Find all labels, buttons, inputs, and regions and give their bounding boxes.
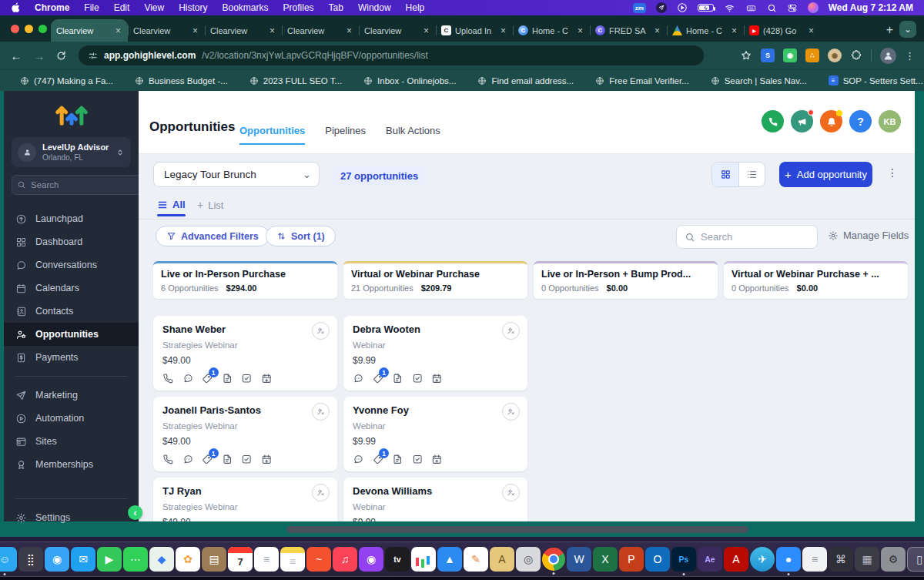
siri-icon[interactable]: [808, 2, 819, 13]
browser-tab[interactable]: CUpload In×: [436, 19, 513, 42]
photoshop-dock-icon[interactable]: Ps: [671, 547, 696, 572]
browser-tab[interactable]: Clearview×: [282, 19, 359, 42]
tab-close-icon[interactable]: ×: [499, 25, 507, 36]
extension-badge-icon[interactable]: ◉: [828, 49, 842, 62]
tab-close-icon[interactable]: ×: [422, 25, 430, 36]
column-header[interactable]: Live or In-Person Purchase6 Opportunitie…: [153, 261, 337, 299]
zoom-menubar-badge[interactable]: zm: [633, 3, 646, 13]
acrobat-dock-icon[interactable]: A: [724, 547, 748, 572]
menu-help[interactable]: Help: [406, 2, 425, 13]
sidebar-item-payments[interactable]: Payments: [4, 346, 139, 369]
menu-tab[interactable]: Tab: [329, 2, 343, 13]
facetime-dock-icon[interactable]: ▶: [97, 547, 122, 572]
megaphone-button[interactable]: [791, 110, 813, 132]
sidebar-item-calendars[interactable]: Calendars: [4, 277, 139, 300]
zoom-window-button[interactable]: [38, 25, 47, 33]
sidebar-search-input[interactable]: [31, 180, 149, 189]
menu-history[interactable]: History: [179, 2, 207, 13]
phone-header-button[interactable]: [762, 110, 784, 132]
garageband-dock-icon[interactable]: ~: [306, 547, 331, 572]
stocks-dock-icon[interactable]: [411, 547, 436, 572]
photos-dock-icon[interactable]: ✿: [176, 547, 200, 572]
forward-button[interactable]: →: [32, 49, 46, 62]
tab-close-icon[interactable]: ×: [730, 25, 738, 36]
assign-user-icon[interactable]: [312, 403, 330, 421]
assign-user-icon[interactable]: [502, 322, 520, 340]
sidebar-item-dashboard[interactable]: Dashboard: [4, 230, 139, 253]
column-header[interactable]: Live or In-Person + Bump Prod...0 Opport…: [534, 261, 718, 299]
bookmark-item[interactable]: ≡SOP - Setters Sett...: [818, 75, 924, 85]
menu-edit[interactable]: Edit: [114, 2, 130, 13]
extensions-puzzle-icon[interactable]: [850, 49, 862, 62]
tasks-icon[interactable]: [241, 373, 253, 384]
bookmark-item[interactable]: 2023 FULL SEO T...: [239, 76, 353, 85]
battery-icon[interactable]: ϟ: [698, 4, 714, 12]
mail-dock-icon[interactable]: ✉: [71, 547, 95, 572]
phone-icon[interactable]: [162, 373, 174, 384]
chat-icon[interactable]: [182, 373, 194, 384]
reminders-dock-icon[interactable]: ≡: [254, 547, 279, 572]
site-settings-icon[interactable]: [88, 51, 98, 61]
assign-user-icon[interactable]: [312, 484, 330, 501]
bookmark-item[interactable]: Free Email Verifier...: [584, 76, 700, 85]
apple-logo-icon[interactable]: [11, 2, 20, 13]
tab-add-list[interactable]: + List: [197, 199, 223, 211]
bookmark-star-icon[interactable]: [740, 49, 752, 62]
trash-dock-icon[interactable]: ▯: [907, 547, 924, 572]
menu-file[interactable]: File: [84, 2, 99, 13]
reload-button[interactable]: [55, 50, 69, 62]
header-tab-pipelines[interactable]: Pipelines: [325, 125, 366, 145]
browser-tab[interactable]: ▶(428) Go×: [744, 19, 821, 42]
sidebar-item-automation[interactable]: Automation: [4, 407, 139, 430]
messages-dock-icon[interactable]: ⋯: [123, 547, 148, 572]
calendar-plus-icon[interactable]: [431, 373, 443, 384]
browser-tab[interactable]: Clearview×: [359, 19, 436, 42]
extension-s-icon[interactable]: S: [761, 49, 775, 62]
sidebar-item-opportunities[interactable]: Opportunities: [4, 323, 139, 346]
outlook-dock-icon[interactable]: O: [645, 547, 670, 572]
sort-button[interactable]: Sort (1): [266, 226, 336, 246]
sidebar-item-settings[interactable]: Settings: [4, 506, 139, 529]
phone-icon[interactable]: [162, 454, 174, 465]
tab-close-icon[interactable]: ×: [653, 25, 661, 36]
browser-tab[interactable]: CHome - C×: [513, 19, 590, 42]
extension-green-icon[interactable]: ◉: [783, 49, 797, 62]
column-header[interactable]: Virtual or Webinar Purchase21 Opportunit…: [343, 261, 527, 299]
opportunity-card[interactable]: Yvonne FoyWebinar$9.991: [343, 397, 527, 471]
tab-close-icon[interactable]: ×: [268, 25, 276, 36]
list-view-button[interactable]: [738, 163, 765, 186]
tab-close-icon[interactable]: ×: [807, 25, 815, 36]
close-window-button[interactable]: [11, 25, 19, 33]
pipeline-select[interactable]: Legacy Tour Brunch ⌄: [153, 162, 320, 187]
excel-dock-icon[interactable]: X: [593, 547, 618, 572]
wifi-icon[interactable]: [724, 3, 735, 13]
help-button[interactable]: ?: [849, 110, 872, 132]
bookmark-item[interactable]: (747) Making a Fa...: [9, 76, 124, 85]
header-tab-opportunities[interactable]: Opportunities: [239, 125, 305, 145]
podcasts-dock-icon[interactable]: ◉: [359, 547, 383, 572]
browser-tab[interactable]: Home - C×: [667, 19, 744, 42]
finder-dock-icon[interactable]: ☺: [0, 547, 17, 572]
tag-icon[interactable]: 1: [373, 373, 384, 384]
spotlight-icon[interactable]: [767, 3, 777, 13]
chrome-menu-icon[interactable]: ⋮: [905, 50, 915, 62]
calendar-plus-icon[interactable]: [261, 454, 273, 465]
notes-icon[interactable]: [392, 373, 403, 384]
menubar-clock[interactable]: Wed Aug 7 2:12 AM: [829, 2, 913, 13]
tab-all[interactable]: All: [157, 199, 186, 210]
sidebar-collapse-button[interactable]: ‹: [128, 505, 142, 520]
powerpoint-dock-icon[interactable]: P: [619, 547, 644, 572]
board-search[interactable]: [676, 225, 818, 249]
chat-icon[interactable]: [353, 454, 364, 465]
calendar-plus-icon[interactable]: [261, 373, 273, 384]
assign-user-icon[interactable]: [312, 322, 330, 340]
tab-close-icon[interactable]: ×: [576, 25, 584, 36]
board-search-input[interactable]: [701, 231, 809, 243]
maps-dock-icon[interactable]: ◆: [149, 547, 174, 572]
keyboard-dock-icon[interactable]: ▦: [855, 547, 879, 572]
tag-icon[interactable]: 1: [202, 373, 213, 384]
header-tab-bulk-actions[interactable]: Bulk Actions: [386, 125, 440, 145]
automator-dock-icon[interactable]: A: [490, 547, 514, 572]
calendar-dock-icon[interactable]: 7: [228, 547, 253, 572]
menu-bookmarks[interactable]: Bookmarks: [223, 2, 269, 13]
